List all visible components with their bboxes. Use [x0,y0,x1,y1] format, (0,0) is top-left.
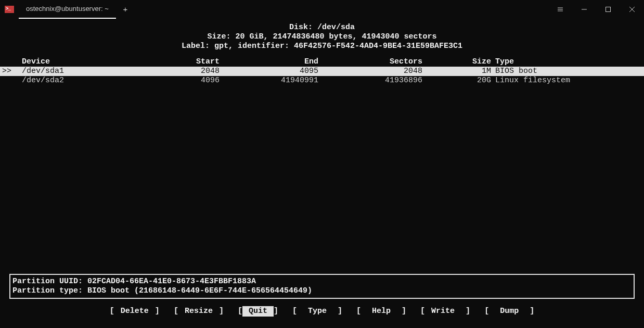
partition-size: 20G [422,76,495,85]
menu-type[interactable]: [ Type ] [292,307,342,316]
partition-device: /dev/sda1 [22,67,168,76]
selection-marker [0,76,22,85]
new-tab-button[interactable]: + [116,0,135,19]
window-controls [548,0,644,19]
partition-table: Device Start End Sectors Size Type >> /d… [0,57,644,85]
end-header: End [220,57,318,67]
titlebar: ostechnix@ubuntuserver: ~ + [0,0,644,19]
partition-type: BIOS boot [495,67,644,76]
start-header: Start [168,57,220,67]
partition-start: 4096 [168,76,220,85]
disk-size-line: Size: 20 GiB, 21474836480 bytes, 4194304… [0,32,644,42]
sectors-header: Sectors [318,57,422,67]
partition-type: Linux filesystem [495,76,644,85]
partition-uuid: Partition UUID: 02FCAD04-66EA-41E0-8673-… [12,277,632,286]
partition-device: /dev/sda2 [22,76,168,85]
marker-header [0,57,22,67]
partition-start: 2048 [168,67,220,76]
close-button[interactable] [620,0,644,19]
partition-end: 4095 [220,67,318,76]
partition-size: 1M [422,67,495,76]
tab-title: ostechnix@ubuntuserver: ~ [26,5,109,12]
menu-resize[interactable]: [ Resize ] [174,307,224,316]
type-header: Type [495,57,644,67]
device-header: Device [22,57,168,67]
disk-path: /dev/sda [317,23,355,32]
size-header: Size [422,57,495,67]
partition-row-selected[interactable]: >> /dev/sda1 2048 4095 2048 1M BIOS boot [0,67,644,76]
partition-header-row: Device Start End Sectors Size Type [0,57,644,67]
maximize-button[interactable] [596,0,620,19]
terminal-icon [0,0,19,19]
menu-help[interactable]: [ Help ] [356,307,406,316]
partition-info-box: Partition UUID: 02FCAD04-66EA-41E0-8673-… [9,274,635,299]
partition-type-info: Partition type: BIOS boot (21686148-6449… [12,286,632,296]
menu-delete[interactable]: [ Delete ] [110,307,160,316]
plus-icon: + [123,5,127,14]
minimize-button[interactable] [572,0,596,19]
partition-sectors: 41936896 [318,76,422,85]
menu-dump[interactable]: [ Dump ] [484,307,534,316]
disk-label-line: Label: gpt, identifier: 46F42576-F542-4A… [0,42,644,51]
terminal-content: Disk: /dev/sda Size: 20 GiB, 21474836480… [0,19,644,328]
partition-row[interactable]: /dev/sda2 4096 41940991 41936896 20G Lin… [0,76,644,85]
menu-dropdown-button[interactable] [548,0,572,19]
menu-write[interactable]: [ Write ] [420,307,470,316]
active-tab[interactable]: ostechnix@ubuntuserver: ~ [19,0,116,19]
action-menu: [ Delete ] [ Resize ] [ Quit ] [ Type ] … [0,306,644,317]
disk-title-prefix: Disk: [289,23,317,32]
partition-sectors: 2048 [318,67,422,76]
menu-quit[interactable]: [ Quit ] [238,307,278,316]
svg-rect-4 [606,7,611,11]
selection-marker: >> [0,67,22,76]
disk-header: Disk: /dev/sda Size: 20 GiB, 21474836480… [0,19,644,51]
partition-end: 41940991 [220,76,318,85]
